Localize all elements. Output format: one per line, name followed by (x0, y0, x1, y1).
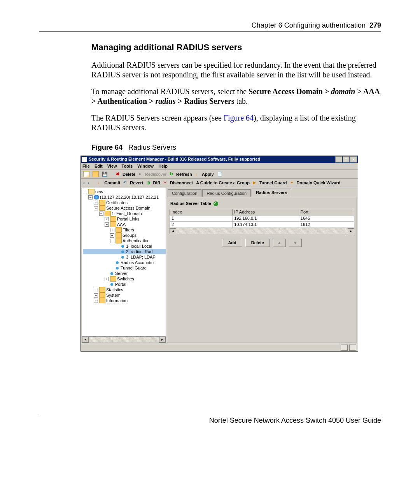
window-titlebar[interactable]: Security & Routing Element Manager - Bui… (81, 156, 358, 163)
tree-server[interactable]: Server (83, 271, 166, 276)
new-button[interactable] (83, 171, 89, 177)
chapter-label: Chapter 6 Configuring authentication (252, 21, 366, 29)
move-down-button[interactable]: ▼ (289, 239, 302, 247)
apply-button[interactable]: Apply (195, 172, 214, 177)
tree-auth-ldap[interactable]: 3: LDAP: LDAP (83, 254, 166, 260)
tree-first-domain[interactable]: −1: First_Domain (83, 211, 166, 216)
col-port[interactable]: Port (299, 209, 354, 215)
scroll-right-icon[interactable]: ► (348, 228, 354, 234)
col-index[interactable]: Index (170, 209, 233, 215)
tree-statistics[interactable]: +Statistics (83, 287, 166, 292)
tree-filters[interactable]: +Filters (83, 227, 166, 233)
maximize-button[interactable]: □ (343, 156, 350, 163)
table-row[interactable]: 2 10.174.13.1 1812 (170, 221, 354, 228)
scroll-left-icon[interactable]: ◄ (170, 228, 176, 234)
figure-xref[interactable]: Figure 64 (224, 114, 254, 122)
commit-button[interactable]: Commit (98, 180, 120, 186)
save-icon (102, 172, 107, 177)
delete-icon (116, 172, 121, 177)
diff-button[interactable]: Diff (147, 180, 160, 186)
tree-information[interactable]: +Information (83, 298, 166, 303)
close-button[interactable]: × (350, 156, 357, 163)
globe-icon (94, 195, 99, 200)
tree-root[interactable]: −new (83, 189, 166, 194)
save-button[interactable] (102, 172, 107, 177)
table-header-row: Index IP Address Port (170, 209, 354, 215)
tab-radius-configuration[interactable]: Radius Configuration (202, 189, 251, 197)
tree-pane[interactable]: −new −(10.127.232.20) 10.127.232.21 +Cer… (82, 188, 166, 343)
status-icon-2[interactable] (349, 345, 356, 351)
minimize-button[interactable]: _ (335, 156, 342, 163)
tunnel-icon (253, 180, 258, 186)
folder-icon (110, 222, 116, 227)
table-hscrollbar[interactable]: ◄ ► (170, 228, 354, 234)
wizard-button[interactable]: Domain Quick Wizard (290, 180, 341, 186)
rediscover-button[interactable]: ●Rediscover (138, 172, 166, 177)
tree-auth-local[interactable]: 1: local: Local (83, 243, 166, 249)
page-icon (83, 171, 89, 177)
folder-icon (116, 238, 122, 243)
tree-radius-accounting[interactable]: Radius Accountin (83, 260, 166, 265)
revert-button[interactable]: Revert (123, 180, 143, 186)
nav-forward-button[interactable]: › (88, 180, 89, 186)
paragraph-1: Additional RADIUS servers can be specifi… (91, 60, 381, 80)
folder-icon (88, 189, 94, 194)
tree-portal-links[interactable]: +Portal Links (83, 216, 166, 222)
tree-portal[interactable]: Portal (83, 282, 166, 287)
paragraph-3: The RADIUS Servers screen appears (see F… (91, 113, 381, 133)
folder-icon (105, 211, 111, 216)
panel-title: Radius Server Table (170, 201, 354, 206)
tree-authentication[interactable]: −Authentication (83, 238, 166, 243)
page-header: Chapter 6 Configuring authentication 279 (39, 21, 381, 32)
dot-icon (110, 283, 113, 286)
delete-button[interactable]: Delete (116, 172, 135, 177)
open-button[interactable] (93, 171, 99, 177)
tree-aaa[interactable]: −AAA (83, 222, 166, 227)
tree-groups[interactable]: +Groups (83, 233, 166, 238)
refresh-button[interactable]: Refresh (170, 172, 192, 177)
tree-hscrollbar[interactable]: ◄ ► (82, 336, 166, 343)
menu-window[interactable]: Window (137, 164, 154, 169)
folder-icon (99, 292, 105, 298)
menu-file[interactable]: File (82, 164, 90, 169)
menu-tools[interactable]: Tools (122, 164, 133, 169)
menubar: File Edit View Tools Window Help (81, 163, 358, 170)
menu-edit[interactable]: Edit (94, 164, 103, 169)
diff-icon (147, 180, 152, 186)
tab-configuration[interactable]: Configuration (168, 189, 201, 197)
folder-icon (99, 205, 105, 211)
tree-auth-radius[interactable]: 2: radius: Rad (83, 249, 166, 254)
tree-secure-access-domain[interactable]: −Secure Access Domain (83, 205, 166, 211)
add-button[interactable]: Add (222, 239, 242, 247)
scroll-right-icon[interactable]: ► (159, 337, 166, 343)
guide-link[interactable]: A Guide to Create a Group (196, 180, 250, 186)
nav-back-button[interactable]: ‹ (83, 180, 85, 186)
delete-row-button[interactable]: Delete (245, 239, 270, 247)
tab-radius-servers[interactable]: Radius Servers (252, 189, 291, 197)
folder-icon (110, 216, 116, 222)
scroll-left-icon[interactable]: ◄ (82, 337, 89, 343)
tree-switches[interactable]: +Switches (83, 276, 166, 282)
tree-certificates[interactable]: +Certificates (83, 200, 166, 205)
note-button[interactable] (217, 172, 222, 177)
dot-icon (121, 250, 124, 253)
dot-icon (121, 256, 124, 259)
wizard-icon (290, 180, 296, 186)
menu-help[interactable]: Help (158, 164, 168, 169)
table-row[interactable]: 1 192.168.0.1 1645 (170, 215, 354, 221)
chevron-down-icon: ▼ (293, 240, 298, 245)
page-footer: Nortel Secure Network Access Switch 4050… (39, 414, 381, 425)
move-up-button[interactable]: ▲ (273, 239, 286, 247)
menu-view[interactable]: View (107, 164, 117, 169)
status-icon-1[interactable] (341, 345, 348, 351)
folder-icon (116, 233, 122, 238)
rediscover-icon: ● (138, 172, 144, 177)
disconnect-button[interactable]: Disconnect (163, 180, 193, 186)
app-icon (82, 157, 87, 162)
tree-tunnel-guard[interactable]: Tunnel Guard (83, 265, 166, 271)
tree-system[interactable]: +System (83, 292, 166, 298)
radius-server-table[interactable]: Index IP Address Port 1 192.168.0.1 1645… (170, 209, 354, 228)
tree-device[interactable]: −(10.127.232.20) 10.127.232.21 (83, 194, 166, 200)
col-ip[interactable]: IP Address (233, 209, 299, 215)
tunnel-guard-button[interactable]: Tunnel Guard (253, 180, 287, 186)
